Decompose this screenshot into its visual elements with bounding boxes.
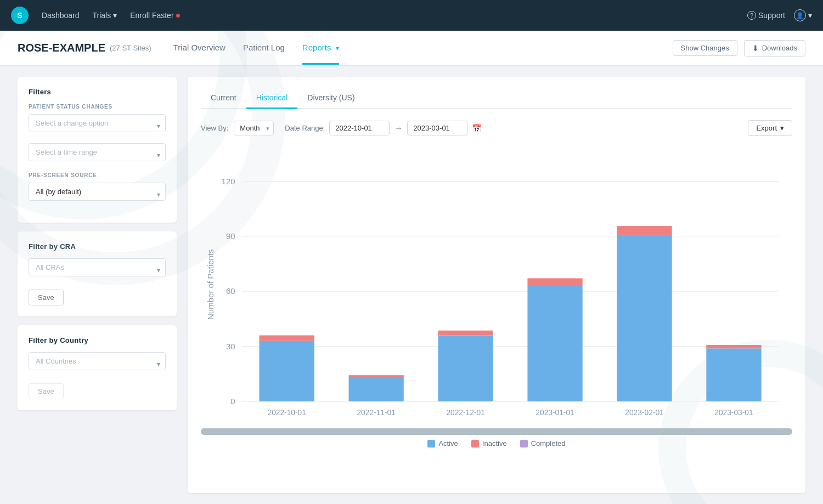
svg-text:2023-03-01: 2023-03-01 [714,409,753,417]
enroll-faster-dot [176,14,180,18]
tab-diversity[interactable]: Diversity (US) [297,88,364,109]
bar-feb-active [617,235,672,401]
svg-text:0: 0 [230,397,235,406]
tab-historical[interactable]: Historical [246,88,298,109]
nav-dashboard[interactable]: Dashboard [42,11,80,20]
bar-chart-svg: Number of Patients 120 90 60 30 0 [201,147,792,422]
filter-country-card: Filter by Country All Countries Save [18,325,177,410]
legend-inactive-dot [471,440,479,448]
support-label: Support [758,11,785,20]
bar-jan-inactive [527,278,582,286]
question-icon: ? [747,11,756,20]
view-by-select[interactable]: Month Week Day [234,121,274,135]
legend-inactive: Inactive [471,439,507,448]
legend-inactive-label: Inactive [482,439,507,448]
chart-area: Current Historical Diversity (US) View B… [188,77,805,493]
svg-text:120: 120 [222,177,235,186]
bar-mar-active [706,348,761,401]
svg-text:2023-01-01: 2023-01-01 [535,409,574,417]
export-button[interactable]: Export ▾ [748,120,792,136]
svg-text:60: 60 [226,286,235,296]
subheader-actions: Show Changes ⬇ Downloads [673,40,806,56]
legend-active-dot [427,440,435,448]
nav-trials[interactable]: Trials ▾ [93,11,117,20]
bar-dec-active [438,335,493,401]
subheader: ROSE-EXAMPLE (27 ST Sites) Trial Overvie… [0,31,823,66]
view-by-label: View By: [201,124,228,132]
enroll-faster-label: Enroll Faster [130,11,173,20]
svg-text:2022-11-01: 2022-11-01 [357,409,395,417]
subheader-tabs: Trial Overview Patient Log Reports ▾ [173,32,339,65]
time-range-select[interactable]: Select a time range [29,143,166,161]
app-logo: S [11,7,29,24]
main-content: Filters PATIENT STATUS CHANGES Select a … [0,66,823,504]
chart-svg-wrapper: Number of Patients 120 90 60 30 0 [201,147,792,424]
trials-chevron-icon: ▾ [113,11,117,20]
cra-select[interactable]: All CRAs [29,258,166,276]
filter-cra-title: Filter by CRA [29,242,166,251]
tab-current[interactable]: Current [201,88,246,109]
legend-completed: Completed [520,439,566,448]
country-select[interactable]: All Countries [29,352,166,370]
svg-text:30: 30 [226,342,235,351]
bar-nov-inactive [349,375,404,377]
download-icon: ⬇ [752,44,759,53]
legend-active: Active [427,439,458,448]
bar-feb-inactive [617,226,672,235]
bar-nov-active [349,377,404,401]
view-by-select-wrapper: Month Week Day [234,121,274,135]
sidebar: Filters PATIENT STATUS CHANGES Select a … [18,77,177,493]
svg-text:90: 90 [226,231,235,241]
date-range-label: Date Range: [285,124,325,132]
nav-enroll-faster[interactable]: Enroll Faster [130,11,179,20]
user-menu[interactable]: 👤 ▾ [794,9,812,21]
svg-text:2022-10-01: 2022-10-01 [267,409,306,417]
filters-card: Filters PATIENT STATUS CHANGES Select a … [18,77,177,223]
date-separator: → [394,123,403,133]
tab-trial-overview[interactable]: Trial Overview [173,32,226,65]
tab-patient-log[interactable]: Patient Log [243,32,285,65]
tab-reports-label: Reports [302,43,331,52]
date-to-input[interactable] [407,121,467,135]
country-select-wrapper: All Countries [29,352,166,376]
cra-select-wrapper: All CRAs [29,258,166,282]
downloads-button[interactable]: ⬇ Downloads [744,40,805,56]
date-range-control: Date Range: → 📅 [285,121,481,135]
legend-completed-label: Completed [531,439,566,448]
country-save-button[interactable]: Save [29,383,64,399]
trial-sites: (27 ST Sites) [110,44,151,52]
chart-scrollbar-thumb [201,428,792,435]
svg-text:2023-02-01: 2023-02-01 [625,409,663,417]
support-link[interactable]: ? Support [747,11,785,20]
svg-text:Number of Patients: Number of Patients [206,249,215,320]
chart-scrollbar[interactable] [201,428,792,435]
show-changes-button[interactable]: Show Changes [673,40,737,56]
chart-legend: Active Inactive Completed [201,439,792,448]
change-option-wrapper: Select a change option [29,114,166,138]
time-range-wrapper: Select a time range [29,143,166,167]
filter-country-title: Filter by Country [29,336,166,344]
user-icon: 👤 [794,9,806,21]
bar-jan-active [527,286,582,401]
trial-name: ROSE-EXAMPLE [18,42,105,54]
top-navigation: S Dashboard Trials ▾ Enroll Faster ? Sup… [0,0,823,31]
filters-title: Filters [29,88,166,96]
downloads-label: Downloads [762,44,797,52]
calendar-icon[interactable]: 📅 [472,124,481,133]
nav-right: ? Support 👤 ▾ [747,9,812,21]
change-option-select[interactable]: Select a change option [29,114,166,132]
pre-screen-label: PRE-SCREEN SOURCE [29,172,166,178]
bar-oct-active [260,341,314,401]
export-chevron-icon: ▾ [780,124,784,132]
chart-tabs: Current Historical Diversity (US) [201,88,792,109]
cra-save-button[interactable]: Save [29,290,64,305]
date-from-input[interactable] [329,121,390,135]
user-chevron-icon: ▾ [808,11,812,20]
chart-controls: View By: Month Week Day Date Range: → 📅 … [201,120,792,136]
pre-screen-select[interactable]: All (by default) [29,183,166,201]
legend-completed-dot [520,440,528,448]
export-label: Export [756,124,777,132]
tab-reports[interactable]: Reports ▾ [302,32,339,65]
bar-oct-inactive [260,335,314,341]
bar-mar-inactive [706,345,761,348]
